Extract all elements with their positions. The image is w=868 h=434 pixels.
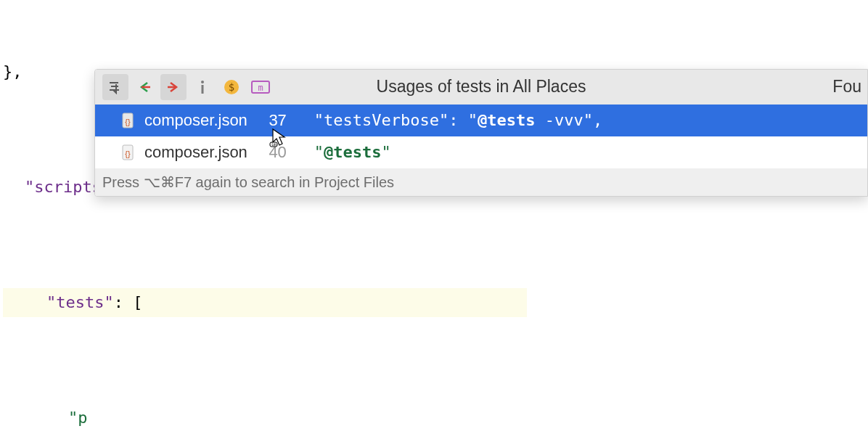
usage-row[interactable]: {} composer.json 40 "@tests" [95, 136, 867, 168]
match-button[interactable]: m [247, 74, 274, 100]
line-fragment: "p [68, 404, 88, 433]
info-button[interactable] [189, 74, 216, 100]
svg-text:{}: {} [125, 118, 131, 126]
dollar-icon: $ [224, 79, 239, 95]
prev-occurrence-icon [137, 80, 152, 94]
json-file-icon: {} [121, 112, 137, 128]
prev-occurrence-button[interactable] [131, 74, 157, 100]
svg-text:{}: {} [125, 150, 131, 158]
settings-icon [108, 80, 123, 94]
svg-rect-1 [111, 86, 118, 87]
svg-rect-4 [202, 85, 204, 94]
popup-found-label: Fou [832, 72, 861, 102]
usages-popup: $ m Usages of tests in All Places Fou {}… [94, 69, 868, 197]
svg-text:m: m [258, 83, 263, 93]
settings-button[interactable] [102, 74, 128, 100]
usage-line-number: 37 [255, 106, 287, 135]
info-icon [195, 79, 210, 95]
svg-rect-0 [110, 82, 118, 83]
next-occurrence-button[interactable] [160, 74, 187, 100]
json-file-icon: {} [121, 144, 137, 160]
usage-row[interactable]: {} composer.json 37 "testsVerbose": "@te… [95, 105, 867, 136]
next-occurrence-icon [166, 80, 181, 94]
usage-filename: composer.json [144, 106, 247, 135]
usage-preview: "@tests" [314, 138, 391, 167]
tests-key: "tests" [46, 288, 114, 317]
svg-point-3 [201, 81, 204, 83]
brace: }, [3, 57, 22, 86]
usage-filename: composer.json [144, 138, 247, 167]
svg-text:$: $ [229, 81, 234, 93]
dollar-button[interactable]: $ [218, 74, 245, 100]
match-word-icon: m [251, 80, 270, 94]
usage-line-number: 40 [255, 138, 287, 167]
popup-toolbar: $ m Usages of tests in All Places Fou [95, 70, 867, 105]
popup-hint: Press ⌥⌘F7 again to search in Project Fi… [95, 168, 867, 196]
usage-preview: "testsVerbose": "@tests -vvv", [314, 106, 602, 135]
editor-code: }, "scripts": { "tests": [ "p ], "tes "p… [0, 0, 527, 434]
